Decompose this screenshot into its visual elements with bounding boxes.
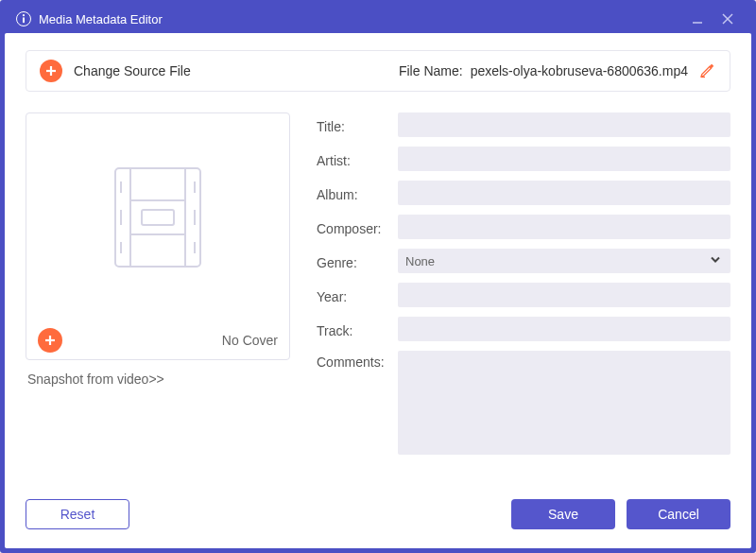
field-composer: Composer: xyxy=(317,215,730,239)
input-composer[interactable] xyxy=(398,215,730,239)
change-source-button[interactable] xyxy=(40,60,62,82)
field-album: Album: xyxy=(317,181,730,205)
fields-column: Title: Artist: Album: Composer: Genre: xyxy=(317,112,730,486)
select-genre-value: None xyxy=(405,254,435,268)
source-bar: Change Source File File Name: pexels-oly… xyxy=(26,50,730,92)
field-comments: Comments: xyxy=(317,351,730,455)
label-album: Album: xyxy=(317,183,398,202)
label-title: Title: xyxy=(317,115,398,134)
titlebar: Media Metadata Editor xyxy=(5,5,751,33)
field-title: Title: xyxy=(317,112,730,137)
file-name-value: pexels-olya-kobruseva-6800636.mp4 xyxy=(471,63,688,78)
svg-rect-8 xyxy=(115,168,200,267)
select-genre[interactable]: None xyxy=(398,249,730,273)
label-year: Year: xyxy=(317,285,398,304)
content-area: Change Source File File Name: pexels-oly… xyxy=(5,33,751,548)
input-artist[interactable] xyxy=(398,147,730,171)
app-window: Media Metadata Editor Change Source File… xyxy=(0,0,756,553)
label-comments: Comments: xyxy=(317,351,398,370)
cancel-button[interactable]: Cancel xyxy=(627,499,730,529)
field-year: Year: xyxy=(317,283,730,307)
change-source-label: Change Source File xyxy=(74,63,191,78)
snapshot-link[interactable]: Snapshot from video>> xyxy=(26,372,290,387)
chevron-down-icon xyxy=(710,254,721,268)
input-title[interactable] xyxy=(398,112,730,137)
filmstrip-icon xyxy=(96,161,219,274)
cover-placeholder xyxy=(26,113,289,321)
input-comments[interactable] xyxy=(398,351,730,455)
reset-button[interactable]: Reset xyxy=(26,499,129,529)
input-track[interactable] xyxy=(398,317,730,341)
svg-rect-13 xyxy=(142,210,174,225)
label-artist: Artist: xyxy=(317,149,398,168)
label-composer: Composer: xyxy=(317,217,398,236)
field-track: Track: xyxy=(317,317,730,341)
cover-box: No Cover xyxy=(26,112,290,360)
input-album[interactable] xyxy=(398,181,730,205)
footer: Reset Save Cancel xyxy=(26,495,730,533)
no-cover-label: No Cover xyxy=(222,333,278,348)
label-track: Track: xyxy=(317,320,398,338)
add-cover-button[interactable] xyxy=(38,328,62,353)
save-button[interactable]: Save xyxy=(511,499,615,529)
close-button[interactable] xyxy=(715,9,740,29)
field-genre: Genre: None xyxy=(317,249,730,273)
window-title: Media Metadata Editor xyxy=(39,12,163,26)
field-artist: Artist: xyxy=(317,147,730,171)
svg-rect-1 xyxy=(23,17,25,23)
info-icon xyxy=(16,11,31,26)
file-name-label: File Name: xyxy=(399,63,463,78)
cover-column: No Cover Snapshot from video>> xyxy=(26,112,290,486)
label-genre: Genre: xyxy=(317,251,398,270)
input-year[interactable] xyxy=(398,283,730,307)
edit-file-name-button[interactable] xyxy=(697,61,716,80)
minimize-button[interactable] xyxy=(685,9,710,29)
svg-point-0 xyxy=(23,14,25,16)
cover-bottom-bar: No Cover xyxy=(26,321,289,359)
main-row: No Cover Snapshot from video>> Title: Ar… xyxy=(26,112,730,486)
